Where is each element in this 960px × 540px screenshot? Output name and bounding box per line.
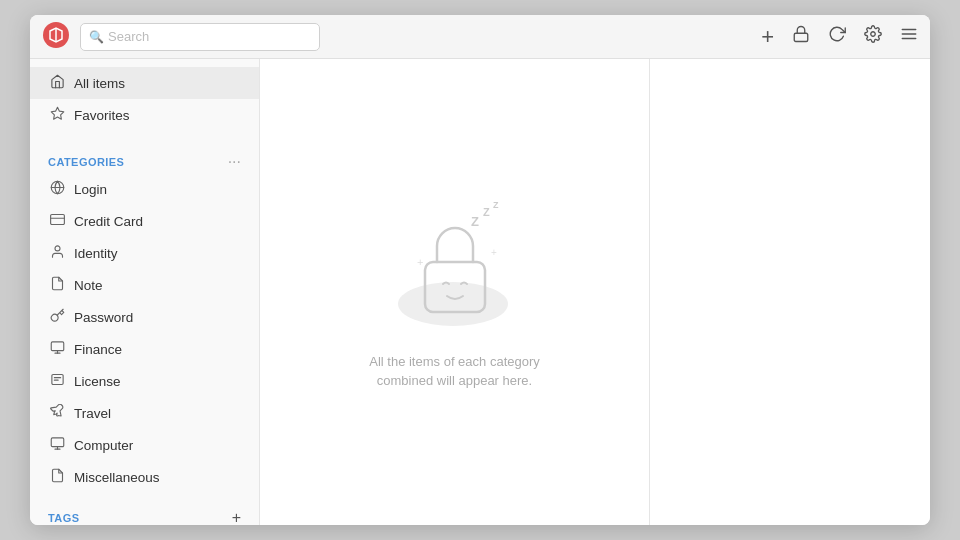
sidebar-item-login-label: Login xyxy=(74,182,107,197)
search-input-label: Search xyxy=(108,29,149,44)
note-icon xyxy=(48,276,66,294)
sidebar-item-computer[interactable]: Computer xyxy=(30,429,259,461)
sidebar-item-password[interactable]: Password xyxy=(30,301,259,333)
sidebar-item-finance[interactable]: Finance xyxy=(30,333,259,365)
svg-rect-10 xyxy=(50,215,64,225)
sidebar-item-note[interactable]: Note xyxy=(30,269,259,301)
svg-rect-2 xyxy=(794,33,808,41)
top-bar-actions: + xyxy=(761,25,918,48)
search-icon: 🔍 xyxy=(89,30,104,44)
empty-state-text: All the items of each category combined … xyxy=(355,352,555,391)
sidebar-item-login[interactable]: Login xyxy=(30,173,259,205)
sidebar-item-credit-card-label: Credit Card xyxy=(74,214,143,229)
tags-row: TAGS + xyxy=(30,501,259,525)
categories-label-row: CATEGORIES ··· xyxy=(30,147,259,173)
sidebar-item-identity-label: Identity xyxy=(74,246,118,261)
sidebar-item-favorites[interactable]: Favorites xyxy=(30,99,259,131)
svg-rect-19 xyxy=(51,438,64,447)
sidebar: All items Favorites CATEGORIES ··· xyxy=(30,59,260,525)
sidebar-item-miscellaneous-label: Miscellaneous xyxy=(74,470,160,485)
identity-icon xyxy=(48,244,66,262)
categories-label: CATEGORIES xyxy=(48,156,124,168)
tags-label: TAGS xyxy=(48,512,80,524)
svg-point-22 xyxy=(398,282,508,326)
sidebar-item-travel-label: Travel xyxy=(74,406,111,421)
sidebar-item-finance-label: Finance xyxy=(74,342,122,357)
sidebar-item-all-items-label: All items xyxy=(74,76,125,91)
add-button[interactable]: + xyxy=(761,26,774,48)
license-icon xyxy=(48,372,66,390)
middle-panel: Z Z Z + + All the items of each c xyxy=(260,59,650,525)
svg-rect-16 xyxy=(51,375,62,385)
svg-text:+: + xyxy=(491,247,497,258)
computer-icon xyxy=(48,436,66,454)
main-layout: All items Favorites CATEGORIES ··· xyxy=(30,59,930,525)
svg-text:+: + xyxy=(417,256,423,268)
sidebar-item-travel[interactable]: Travel xyxy=(30,397,259,429)
svg-point-12 xyxy=(55,246,60,251)
password-icon xyxy=(48,308,66,326)
login-icon xyxy=(48,180,66,198)
app-logo xyxy=(42,21,70,53)
travel-icon xyxy=(48,404,66,422)
svg-text:Z: Z xyxy=(483,206,490,218)
svg-point-3 xyxy=(871,32,876,37)
empty-state: Z Z Z + + All the items of each c xyxy=(355,194,555,391)
finance-icon xyxy=(48,340,66,358)
sidebar-item-computer-label: Computer xyxy=(74,438,133,453)
top-bar: 🔍 Search + xyxy=(30,15,930,59)
sidebar-item-credit-card[interactable]: Credit Card xyxy=(30,205,259,237)
sleeping-lock-illustration: Z Z Z + + xyxy=(375,194,535,334)
settings-icon[interactable] xyxy=(864,25,882,48)
sidebar-item-all-items[interactable]: All items xyxy=(30,67,259,99)
tags-add-button[interactable]: + xyxy=(232,509,241,525)
search-bar[interactable]: 🔍 Search xyxy=(80,23,320,51)
refresh-icon[interactable] xyxy=(828,25,846,48)
sidebar-nav-section: All items Favorites xyxy=(30,59,259,139)
right-panel xyxy=(650,59,930,525)
sidebar-item-license-label: License xyxy=(74,374,121,389)
svg-marker-7 xyxy=(51,107,64,119)
star-icon xyxy=(48,106,66,124)
svg-text:Z: Z xyxy=(471,214,479,229)
lock-icon[interactable] xyxy=(792,25,810,48)
menu-icon[interactable] xyxy=(900,25,918,48)
sidebar-item-favorites-label: Favorites xyxy=(74,108,130,123)
sidebar-item-miscellaneous[interactable]: Miscellaneous xyxy=(30,461,259,493)
sidebar-item-note-label: Note xyxy=(74,278,103,293)
sidebar-item-identity[interactable]: Identity xyxy=(30,237,259,269)
svg-rect-13 xyxy=(51,342,64,351)
credit-card-icon xyxy=(48,212,66,230)
miscellaneous-icon xyxy=(48,468,66,486)
sidebar-item-password-label: Password xyxy=(74,310,133,325)
categories-action[interactable]: ··· xyxy=(228,153,241,171)
home-icon xyxy=(48,74,66,92)
svg-text:Z: Z xyxy=(493,200,499,210)
sidebar-item-license[interactable]: License xyxy=(30,365,259,397)
